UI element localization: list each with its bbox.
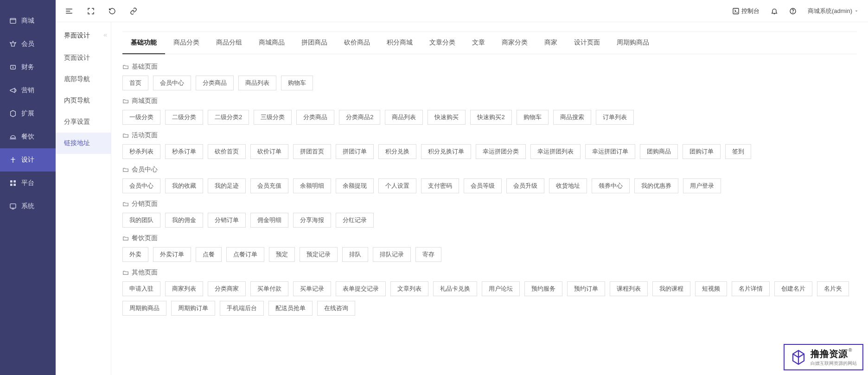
content-tab[interactable]: 设计页面 [566, 32, 608, 54]
main-sidebar-item[interactable]: 餐饮 [0, 125, 56, 148]
refresh-icon[interactable] [108, 7, 116, 15]
link-chip[interactable]: 会员中心 [122, 178, 160, 193]
sub-sidebar-item[interactable]: 链接地址 [56, 133, 111, 154]
link-chip[interactable]: 商品列表 [238, 76, 276, 90]
link-chip[interactable]: 买单付款 [250, 281, 288, 296]
link-chip[interactable]: 我的足迹 [208, 178, 246, 193]
link-chip[interactable]: 秒杀订单 [165, 144, 203, 159]
help-icon[interactable] [789, 7, 797, 15]
sub-sidebar-item[interactable]: 底部导航 [56, 69, 111, 90]
link-chip[interactable]: 排队 [342, 247, 368, 262]
link-chip[interactable]: 我的收藏 [165, 178, 203, 193]
link-chip[interactable]: 周期购商品 [122, 301, 166, 316]
link-chip[interactable]: 我的课程 [652, 281, 690, 296]
link-chip[interactable]: 积分兑换 [378, 144, 416, 159]
content-tab[interactable]: 积分商城 [378, 32, 421, 54]
link-chip[interactable]: 用户论坛 [482, 281, 520, 296]
link-chip[interactable]: 佣金明细 [250, 213, 288, 228]
link-chip[interactable]: 在线咨询 [317, 301, 355, 316]
link-chip[interactable]: 签到 [725, 144, 751, 159]
link-chip[interactable]: 商家列表 [165, 281, 203, 296]
content-tab[interactable]: 拼团商品 [293, 32, 336, 54]
content-tab[interactable]: 文章 [464, 32, 493, 54]
link-chip[interactable]: 配送员抢单 [268, 301, 313, 316]
link-chip[interactable]: 领券中心 [592, 178, 630, 193]
link-chip[interactable]: 课程列表 [610, 281, 648, 296]
bell-icon[interactable] [771, 7, 778, 15]
link-chip[interactable]: 拼团订单 [336, 144, 374, 159]
content-tab[interactable]: 商品分组 [208, 32, 250, 54]
link-chip[interactable]: 我的佣金 [165, 213, 203, 228]
content-tab[interactable]: 周期购商品 [608, 32, 657, 54]
link-chip[interactable]: 商品列表 [385, 110, 423, 125]
link-chip[interactable]: 礼品卡兑换 [433, 281, 477, 296]
link-chip[interactable]: 一级分类 [122, 110, 160, 125]
fullscreen-icon[interactable] [87, 7, 95, 15]
content-tab[interactable]: 基础功能 [122, 32, 165, 54]
link-chip[interactable]: 分类商品2 [339, 110, 380, 125]
content-tab[interactable]: 商城商品 [250, 32, 293, 54]
link-chip[interactable]: 会员充值 [250, 178, 288, 193]
link-chip[interactable]: 分红记录 [336, 213, 374, 228]
link-chip[interactable]: 会员中心 [153, 76, 191, 90]
link-chip[interactable]: 分销订单 [208, 213, 246, 228]
user-menu[interactable]: 商城系统(admin) [808, 7, 859, 15]
link-chip[interactable]: 三级分类 [254, 110, 292, 125]
link-chip[interactable]: 购物车 [517, 110, 549, 125]
link-chip[interactable]: 外卖 [122, 247, 148, 262]
link-chip[interactable]: 余额明细 [293, 178, 331, 193]
link-chip[interactable]: 名片详情 [732, 281, 770, 296]
link-chip[interactable]: 幸运拼团订单 [585, 144, 635, 159]
link-chip[interactable]: 快速购买 [428, 110, 466, 125]
content-tab[interactable]: 砍价商品 [336, 32, 378, 54]
link-chip[interactable]: 买单记录 [293, 281, 331, 296]
link-chip[interactable]: 预约订单 [567, 281, 605, 296]
link-chip[interactable]: 秒杀列表 [122, 144, 160, 159]
main-sidebar-item[interactable]: 平台 [0, 172, 56, 195]
main-sidebar-item[interactable]: 系统 [0, 195, 56, 218]
link-chip[interactable]: 拼团首页 [293, 144, 331, 159]
link-chip[interactable]: 幸运拼团列表 [530, 144, 581, 159]
link-chip[interactable]: 支付密码 [421, 178, 459, 193]
content-tab[interactable]: 商家 [536, 32, 566, 54]
link-chip[interactable]: 订单列表 [596, 110, 634, 125]
main-sidebar-item[interactable]: 商城 [0, 9, 56, 32]
link-chip[interactable]: 寄存 [415, 247, 441, 262]
link-chip[interactable]: 分类商品 [296, 110, 334, 125]
main-sidebar-item[interactable]: 设计 [0, 148, 56, 172]
link-chip[interactable]: 预定 [269, 247, 295, 262]
link-chip[interactable]: 预定记录 [300, 247, 338, 262]
link-chip[interactable]: 点餐 [196, 247, 222, 262]
link-chip[interactable]: 分类商品 [196, 76, 234, 90]
link-chip[interactable]: 外卖订单 [153, 247, 191, 262]
menu-toggle-icon[interactable] [65, 7, 73, 15]
link-chip[interactable]: 周期购订单 [171, 301, 215, 316]
link-chip[interactable]: 二级分类2 [208, 110, 249, 125]
link-chip[interactable]: 点餐订单 [226, 247, 264, 262]
sub-sidebar-item[interactable]: 分享设置 [56, 111, 111, 133]
content-tab[interactable]: 商品分类 [165, 32, 208, 54]
link-chip[interactable]: 预约服务 [524, 281, 562, 296]
link-chip[interactable]: 表单提交记录 [336, 281, 386, 296]
link-chip[interactable]: 名片夹 [817, 281, 849, 296]
link-chip[interactable]: 团购订单 [683, 144, 721, 159]
link-chip[interactable]: 手机端后台 [220, 301, 264, 316]
main-sidebar-item[interactable]: 财务 [0, 56, 56, 79]
link-chip[interactable]: 我的优惠券 [634, 178, 678, 193]
main-sidebar-item[interactable]: 会员 [0, 32, 56, 56]
link-chip[interactable]: 积分兑换订单 [421, 144, 471, 159]
sub-sidebar-item[interactable]: 页面设计 [56, 47, 111, 69]
link-chip[interactable]: 余额提现 [336, 178, 374, 193]
link-chip[interactable]: 二级分类 [165, 110, 203, 125]
link-chip[interactable]: 创建名片 [774, 281, 812, 296]
main-sidebar-item[interactable]: 营销 [0, 79, 56, 102]
link-chip[interactable]: 快速购买2 [470, 110, 511, 125]
link-chip[interactable]: 幸运拼团分类 [476, 144, 526, 159]
main-sidebar-item[interactable]: 扩展 [0, 102, 56, 125]
link-chip[interactable]: 用户登录 [683, 178, 721, 193]
link-chip[interactable]: 我的团队 [122, 213, 160, 228]
collapse-icon[interactable] [102, 32, 108, 38]
console-button[interactable]: 控制台 [732, 7, 760, 15]
link-chip[interactable]: 个人设置 [378, 178, 416, 193]
link-chip[interactable]: 分类商家 [208, 281, 246, 296]
